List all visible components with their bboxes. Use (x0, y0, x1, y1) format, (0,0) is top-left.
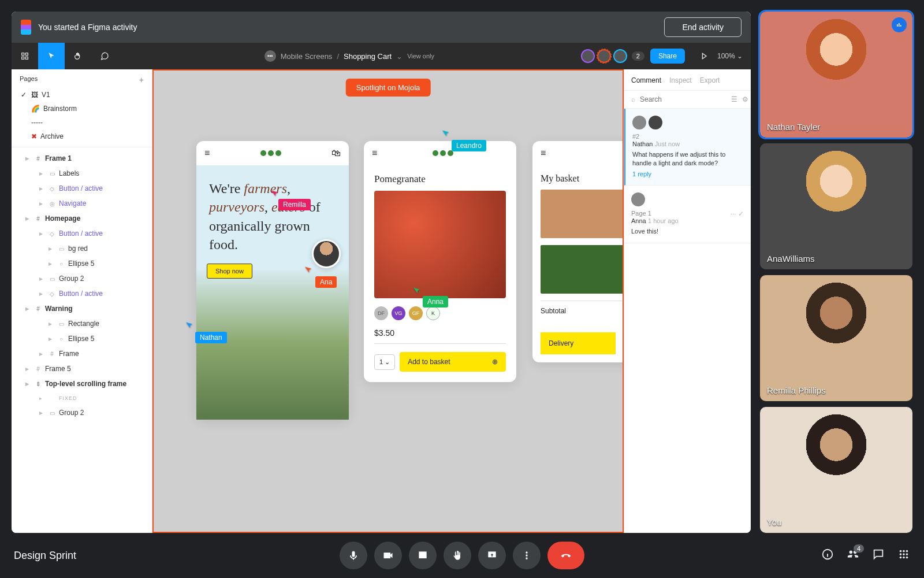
filter-icon[interactable]: ☰ (731, 95, 737, 103)
people-button[interactable]: 4 (847, 548, 859, 563)
panel-tab[interactable]: Inspect (669, 76, 692, 84)
page-item[interactable]: ✓🖼V1 (12, 88, 152, 102)
figma-menu-button[interactable] (12, 43, 38, 69)
menu-icon: ≡ (541, 148, 546, 158)
captions-button[interactable] (409, 542, 437, 569)
menu-icon: ≡ (372, 148, 377, 158)
svg-point-4 (526, 554, 527, 556)
camera-button[interactable] (374, 542, 402, 569)
shop-now-button: Shop now (207, 264, 252, 279)
layer-item[interactable]: ▸◇Button / active (12, 286, 152, 301)
comment-thread[interactable]: ··· ✓Page 1Anna 1 hour agoLove this! (624, 186, 751, 243)
svg-point-11 (903, 553, 905, 555)
video-tile[interactable]: Nathan Tayler (760, 12, 912, 138)
svg-point-14 (903, 557, 905, 559)
page-item[interactable]: ✖Archive (12, 129, 152, 143)
figma-toolbar: ••• Mobile Screens / Shopping Cart ⌄ Vie… (12, 43, 751, 69)
layer-item[interactable]: ▸▭Labels (12, 166, 152, 181)
svg-point-3 (526, 551, 527, 553)
basket-item-image (541, 190, 624, 238)
diet-chip: GF (409, 306, 423, 320)
mockup-product: ≡ Pomegranate DFVGGFK $3.50 1 ⌄ Add to b… (364, 141, 516, 382)
chat-button[interactable] (872, 548, 885, 563)
avatar (597, 49, 611, 63)
avatar (613, 49, 627, 63)
diet-chip: VG (392, 306, 405, 320)
basket-item-image (541, 245, 624, 294)
comment-tool-button[interactable] (91, 43, 118, 69)
layer-item[interactable]: ▸▭Rectangle (12, 316, 152, 331)
present-button[interactable] (691, 43, 717, 69)
present-screen-button[interactable] (478, 542, 506, 569)
svg-rect-0 (897, 24, 898, 27)
raise-hand-button[interactable] (444, 542, 471, 569)
svg-point-13 (900, 557, 902, 559)
svg-point-10 (900, 553, 902, 555)
figma-logo-icon (21, 20, 31, 35)
activities-button[interactable] (897, 548, 910, 563)
page-item[interactable]: ----- (12, 116, 152, 129)
layer-item[interactable]: ▸○Ellipse 5 (12, 256, 152, 271)
cursor-icon (441, 127, 453, 141)
breadcrumb[interactable]: ••• Mobile Screens / Shopping Cart ⌄ Vie… (118, 50, 581, 62)
page-item[interactable]: 🌈Brainstorm (12, 102, 152, 116)
product-image (374, 191, 506, 298)
product-title: Pomegranate (374, 173, 506, 185)
share-button[interactable]: Share (650, 49, 685, 64)
layer-item[interactable]: ▸◇Button / active (12, 181, 152, 196)
cursor-label-nathan: Nathan (195, 332, 227, 343)
add-page-icon[interactable]: + (139, 75, 144, 84)
settings-icon[interactable]: ⚙ (742, 95, 748, 103)
layer-item[interactable]: ▸▭Group 2 (12, 271, 152, 286)
subtotal-label: Subtotal (541, 301, 624, 315)
layer-item[interactable]: ▸#Warning (12, 301, 152, 316)
layer-item[interactable]: ▸◎Navigate (12, 196, 152, 211)
svg-point-8 (903, 550, 905, 553)
layer-item[interactable]: ▸○Ellipse 5 (12, 331, 152, 346)
svg-point-7 (900, 550, 902, 553)
activity-title: You started a Figma activity (38, 23, 664, 32)
collaborator-avatars[interactable]: 2 (581, 49, 644, 63)
product-price: $3.50 (374, 328, 506, 344)
layer-item[interactable]: ▸#Homepage (12, 211, 152, 226)
svg-rect-2 (900, 25, 901, 27)
basket-title: My basket (541, 173, 624, 184)
panel-tabs[interactable]: CommentInspectExport (624, 69, 751, 91)
qty-selector: 1 ⌄ (374, 354, 395, 370)
layer-item[interactable]: ▸#Frame 1 (12, 151, 152, 166)
panel-tab[interactable]: Export (700, 76, 720, 84)
layer-item[interactable]: ▸#Frame 5 (12, 361, 152, 376)
layer-item[interactable]: ▸#Frame (12, 346, 152, 361)
end-activity-button[interactable]: End activity (664, 17, 742, 37)
spotlight-banner[interactable]: Spotlight on Mojola (346, 79, 431, 97)
zoom-dropdown[interactable]: 100% ⌄ (717, 52, 743, 60)
figma-canvas[interactable]: Spotlight on Mojola ≡🛍 We're farmers, pu… (152, 69, 624, 533)
layer-item[interactable]: ▸▭Group 2 (12, 405, 152, 420)
info-button[interactable] (821, 548, 834, 563)
svg-point-12 (906, 553, 908, 555)
hangup-button[interactable] (547, 542, 584, 569)
svg-point-5 (526, 557, 527, 559)
cart-icon: 🛍 (331, 148, 341, 158)
layer-item[interactable]: ▸▭bg red (12, 241, 152, 256)
video-tile[interactable]: You (760, 407, 912, 533)
pointer-tool-button[interactable] (38, 43, 65, 69)
menu-icon: ≡ (204, 148, 210, 158)
speaking-indicator-icon (892, 17, 907, 32)
search-icon: ⌕ (631, 95, 635, 103)
pages-heading: Pages (20, 75, 38, 84)
layer-item[interactable]: ▸◇Button / active (12, 226, 152, 241)
layer-item[interactable]: ▸⇕Top-level scrolling frame (12, 376, 152, 391)
panel-tab[interactable]: Comment (631, 76, 661, 84)
comment-thread[interactable]: #2Nathan Just nowWhat happens if we adju… (624, 109, 751, 186)
video-tile[interactable]: AnaWilliams (760, 143, 912, 269)
more-options-button[interactable] (513, 542, 541, 569)
mic-button[interactable] (340, 542, 367, 569)
video-tile[interactable]: Remilla Phillips (760, 275, 912, 401)
comments-panel: CommentInspectExport ⌕ ☰ ⚙ #2Nathan Just… (624, 69, 751, 533)
layer-item[interactable]: ▸FIXED (12, 391, 152, 405)
user-avatar (312, 239, 341, 268)
comment-search-input[interactable] (640, 95, 726, 103)
hand-tool-button[interactable] (65, 43, 91, 69)
cursor-icon (184, 319, 197, 333)
